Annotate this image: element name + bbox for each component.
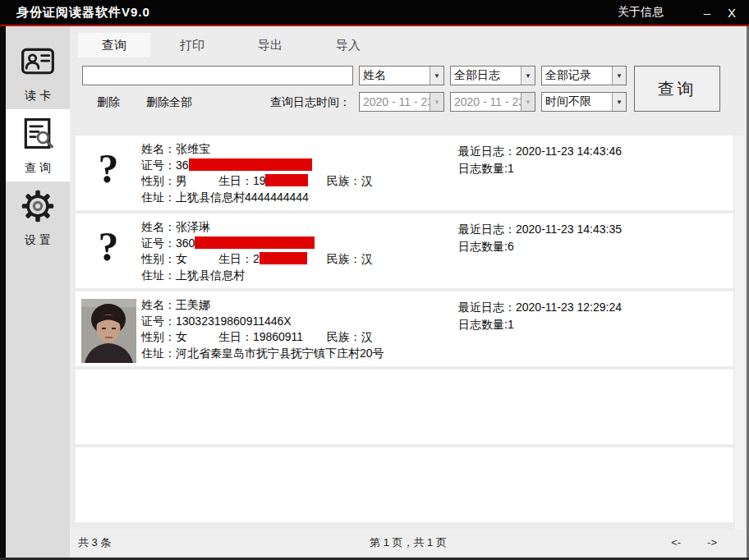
log-count: 6 (508, 240, 514, 253)
sidebar-item-read-card[interactable]: 读 卡 (6, 37, 70, 109)
id-card-icon (20, 44, 56, 83)
last-log-time: 2020-11-23 14:43:35 (516, 223, 622, 236)
about-menu[interactable]: 关于信息 (618, 5, 664, 20)
photo-placeholder: ? (76, 135, 141, 210)
record-ethnic: 汉 (361, 330, 373, 343)
sidebar: 读 卡 查 询 (6, 26, 70, 558)
log-time-label: 查询日志时间： (270, 95, 351, 110)
record-details: 姓名：张泽琳 证号：360 性别：女 生日：2 民族：汉 住址：上犹县信息村 (141, 213, 458, 288)
record-id: 360 (176, 236, 195, 250)
record-details: 姓名：王美娜 证号：13032319860911446X 性别：女 生日：198… (141, 291, 458, 366)
record-address: 上犹县信息村4444444444 (176, 190, 309, 204)
main-area: 查询 打印 导出 导入 姓名 ▼ 全部日志 ▼ 全部记录 ▼ 查询 删除 删除全… (70, 26, 747, 558)
field-select[interactable]: 姓名 ▼ (359, 66, 444, 85)
redaction-block (195, 236, 315, 249)
record-gender: 男 (176, 174, 187, 187)
record-address: 上犹县信息村 (176, 269, 245, 282)
record-id: 13032319860911446X (176, 314, 292, 328)
record-row[interactable]: ? 姓名：张维宝 证号：36 性别：男 生日：19 民族：汉 住址：上犹县信息村… (76, 135, 733, 210)
question-mark-icon: ? (99, 221, 119, 272)
log-type-select[interactable]: 全部日志 ▼ (450, 66, 535, 85)
record-gender: 女 (176, 330, 187, 343)
record-details: 姓名：张维宝 证号：36 性别：男 生日：19 民族：汉 住址：上犹县信息村44… (141, 135, 458, 210)
prev-page-button[interactable]: <- (671, 536, 681, 549)
redaction-block (265, 174, 308, 186)
chevron-down-icon: ▼ (521, 67, 535, 85)
record-logs: 最近日志：2020-11-23 12:29:24 日志数量:1 (458, 291, 733, 366)
delete-button[interactable]: 删除 (97, 95, 120, 110)
app-window: 身份证阅读器软件V9.0 关于信息 – X 读 卡 (0, 0, 749, 560)
record-ethnic: 汉 (361, 252, 373, 265)
last-log-time: 2020-11-23 14:43:46 (516, 145, 622, 158)
sidebar-item-label: 设 置 (25, 233, 51, 248)
sidebar-item-label: 读 卡 (25, 89, 51, 103)
id-photo (76, 291, 141, 366)
total-count: 共 3 条 (78, 535, 111, 550)
redaction-block (260, 252, 307, 264)
redaction-block (189, 158, 312, 171)
record-logs: 最近日志：2020-11-23 14:43:35 日志数量:6 (458, 213, 733, 288)
tab-export[interactable]: 导出 (234, 33, 306, 57)
record-row-empty (76, 370, 733, 444)
page-indicator: 第 1 页，共 1 页 (370, 535, 447, 550)
date-to-picker[interactable]: 2020 - 11 - 23 ▼ (450, 92, 535, 112)
gear-icon (20, 188, 56, 227)
close-button[interactable]: X (719, 6, 744, 20)
sidebar-item-label: 查 询 (25, 161, 51, 176)
next-page-button[interactable]: -> (707, 536, 717, 549)
date-from-picker[interactable]: 2020 - 11 - 23 ▼ (359, 92, 444, 112)
record-birth: 19860911 (253, 330, 303, 343)
chevron-down-icon: ▼ (430, 67, 443, 85)
record-row[interactable]: ? 姓名：张泽琳 证号：360 性别：女 生日：2 民族：汉 住址：上犹县信息村… (76, 213, 733, 288)
record-ethnic: 汉 (361, 174, 373, 187)
chevron-down-icon: ▼ (521, 93, 535, 111)
last-log-time: 2020-11-23 12:29:24 (516, 301, 622, 314)
record-row[interactable]: 姓名：王美娜 证号：13032319860911446X 性别：女 生日：198… (76, 291, 733, 366)
chevron-down-icon: ▼ (430, 93, 443, 111)
record-name: 王美娜 (176, 298, 210, 311)
record-type-select[interactable]: 全部记录 ▼ (541, 66, 627, 85)
window-left-border (0, 26, 6, 560)
sidebar-item-settings[interactable]: 设 置 (6, 181, 70, 254)
app-title: 身份证阅读器软件V9.0 (16, 5, 150, 21)
record-address: 河北省秦皇岛市抚宁县抚宁镇下庄村20号 (176, 347, 384, 360)
record-name: 张维宝 (176, 142, 210, 155)
record-id: 36 (176, 158, 189, 172)
doc-search-icon (20, 116, 56, 155)
chevron-down-icon: ▼ (612, 67, 626, 85)
tab-query[interactable]: 查询 (78, 33, 150, 57)
toolbar: 姓名 ▼ 全部日志 ▼ 全部记录 ▼ 查询 删除 删除全部 查询日志时间： 20… (70, 66, 747, 131)
record-row-empty (76, 448, 733, 522)
tab-print[interactable]: 打印 (156, 33, 228, 57)
record-logs: 最近日志：2020-11-23 14:43:46 日志数量:1 (458, 135, 733, 210)
record-gender: 女 (176, 252, 187, 265)
record-list: ? 姓名：张维宝 证号：36 性别：男 生日：19 民族：汉 住址：上犹县信息村… (76, 135, 733, 526)
minimize-button[interactable]: – (695, 6, 719, 20)
status-bar: 共 3 条 第 1 页，共 1 页 <- -> (70, 530, 747, 555)
log-count: 1 (508, 318, 514, 331)
search-input[interactable] (82, 66, 353, 85)
tab-import[interactable]: 导入 (312, 33, 384, 57)
record-birth: 2 (253, 252, 260, 265)
record-name: 张泽琳 (176, 220, 210, 233)
delete-all-button[interactable]: 删除全部 (146, 95, 192, 110)
time-range-select[interactable]: 时间不限 ▼ (541, 92, 627, 112)
scrollbar-track[interactable] (735, 135, 744, 553)
sidebar-item-query[interactable]: 查 询 (6, 109, 70, 181)
record-birth: 19 (253, 174, 266, 187)
photo-placeholder: ? (76, 213, 141, 288)
chevron-down-icon: ▼ (612, 93, 626, 111)
query-button[interactable]: 查询 (634, 66, 720, 112)
title-bar: 身份证阅读器软件V9.0 关于信息 – X (0, 0, 749, 25)
log-count: 1 (508, 162, 514, 175)
tab-bar: 查询 打印 导出 导入 (78, 33, 384, 57)
question-mark-icon: ? (99, 143, 119, 194)
